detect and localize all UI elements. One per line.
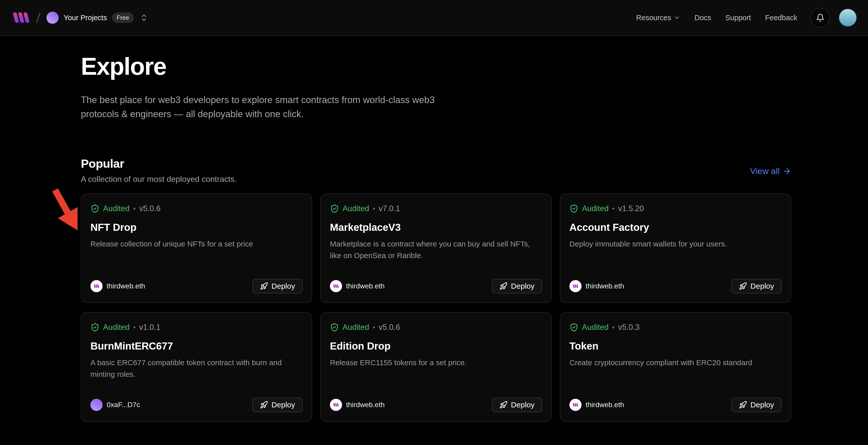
version-label: v5.0.3 — [618, 323, 640, 332]
publisher-name: thirdweb.eth — [346, 401, 385, 409]
contract-card-burnminterc677[interactable]: Audited • v1.0.1 BurnMintERC677 A basic … — [81, 312, 312, 422]
contract-card-nft-drop[interactable]: Audited • v5.0.6 NFT Drop Release collec… — [81, 193, 312, 303]
shield-check-icon — [330, 204, 339, 213]
rocket-icon — [499, 401, 507, 409]
deploy-button[interactable]: Deploy — [492, 279, 542, 293]
publisher[interactable]: 0xaF...D7c — [90, 399, 140, 411]
version-label: v5.0.6 — [139, 204, 160, 213]
audited-badge: Audited — [343, 204, 369, 213]
card-footer: thirdweb.eth Deploy — [330, 279, 542, 293]
card-title[interactable]: Edition Drop — [330, 341, 542, 352]
nav-link-support[interactable]: Support — [725, 13, 751, 22]
publisher-avatar — [330, 399, 342, 411]
nav-link-resources[interactable]: Resources — [636, 13, 680, 22]
nav-link-resources-label: Resources — [636, 13, 671, 22]
card-description: Release ERC1155 tokens for a set price. — [330, 357, 542, 369]
publisher-avatar — [330, 280, 342, 292]
publisher[interactable]: thirdweb.eth — [330, 280, 385, 292]
view-all-link[interactable]: View all — [750, 166, 791, 176]
project-avatar — [46, 11, 59, 24]
page-subtitle: The best place for web3 developers to ex… — [81, 93, 791, 121]
publisher-name: 0xaF...D7c — [106, 401, 140, 409]
breadcrumb-slash — [36, 12, 41, 23]
page-subtitle-line2: protocols & engineers — all deployable w… — [81, 107, 791, 121]
chevrons-up-down-icon[interactable] — [140, 13, 148, 22]
publisher-name: thirdweb.eth — [586, 401, 624, 409]
audited-badge: Audited — [103, 323, 130, 332]
card-title[interactable]: MarketplaceV3 — [330, 222, 542, 233]
plan-badge: Free — [112, 12, 133, 23]
shield-check-icon — [330, 323, 339, 332]
rocket-icon — [739, 282, 747, 290]
deploy-button[interactable]: Deploy — [252, 398, 303, 412]
dot-separator: • — [133, 323, 136, 331]
card-title[interactable]: Token — [569, 341, 782, 352]
thirdweb-mini-logo-icon — [93, 284, 99, 288]
card-badge-row: Audited • v1.0.1 — [90, 323, 303, 332]
publisher[interactable]: thirdweb.eth — [569, 280, 624, 292]
card-badge-row: Audited • v5.0.6 — [90, 204, 303, 213]
rocket-icon — [739, 401, 747, 409]
project-switcher[interactable]: Your Projects Free — [46, 11, 134, 24]
deploy-button-label: Deploy — [511, 282, 534, 290]
card-footer: thirdweb.eth Deploy — [569, 279, 782, 293]
dot-separator: • — [133, 204, 136, 213]
audited-badge: Audited — [582, 323, 609, 332]
publisher-name: thirdweb.eth — [106, 282, 145, 290]
thirdweb-mini-logo-icon — [572, 284, 579, 288]
contract-card-token[interactable]: Audited • v5.0.3 Token Create cryptocurr… — [560, 312, 791, 422]
version-label: v1.0.1 — [139, 323, 160, 332]
publisher[interactable]: thirdweb.eth — [569, 399, 624, 411]
deploy-button-label: Deploy — [272, 401, 295, 409]
thirdweb-logo-icon[interactable] — [12, 12, 30, 24]
card-description: Marketplace is a contract where you can … — [330, 238, 542, 261]
shield-check-icon — [569, 323, 579, 332]
thirdweb-mini-logo-icon — [333, 284, 339, 288]
explore-page: Explore The best place for web3 develope… — [0, 53, 868, 422]
top-navbar: Your Projects Free Resources Docs Suppor… — [0, 0, 868, 36]
card-description: A basic ERC677 compatible token contract… — [90, 357, 303, 380]
navbar-left-group: Your Projects Free — [12, 11, 148, 24]
publisher-name: thirdweb.eth — [346, 282, 385, 290]
project-name: Your Projects — [64, 13, 107, 22]
nav-link-docs[interactable]: Docs — [694, 13, 711, 22]
publisher-avatar — [569, 280, 582, 292]
publisher-avatar — [90, 280, 102, 292]
publisher-name: thirdweb.eth — [586, 282, 624, 290]
popular-subtitle: A collection of our most deployed contra… — [81, 174, 237, 184]
rocket-icon — [499, 282, 507, 290]
contract-card-marketplacev3[interactable]: Audited • v7.0.1 MarketplaceV3 Marketpla… — [320, 193, 552, 303]
card-title[interactable]: BurnMintERC677 — [90, 341, 303, 352]
card-title[interactable]: Account Factory — [569, 222, 782, 233]
card-badge-row: Audited • v7.0.1 — [330, 204, 542, 213]
navbar-links: Resources Docs Support Feedback — [622, 8, 857, 28]
popular-section-header: Popular A collection of our most deploye… — [81, 157, 791, 184]
publisher-avatar — [90, 399, 102, 411]
user-avatar[interactable] — [839, 8, 857, 27]
deploy-button[interactable]: Deploy — [252, 279, 303, 293]
deploy-button[interactable]: Deploy — [492, 398, 542, 412]
contract-card-account-factory[interactable]: Audited • v1.5.20 Account Factory Deploy… — [560, 193, 791, 303]
publisher-avatar — [569, 399, 582, 411]
nav-link-feedback[interactable]: Feedback — [765, 13, 797, 22]
dot-separator: • — [373, 204, 375, 213]
page-title: Explore — [81, 53, 791, 80]
card-description: Deploy immutable smart wallets for your … — [569, 238, 782, 250]
dot-separator: • — [373, 323, 375, 331]
rocket-icon — [260, 282, 268, 290]
card-title[interactable]: NFT Drop — [90, 222, 303, 233]
popular-title: Popular — [81, 157, 237, 170]
publisher[interactable]: thirdweb.eth — [90, 280, 145, 292]
bell-icon — [816, 13, 825, 22]
deploy-button[interactable]: Deploy — [731, 398, 782, 412]
audited-badge: Audited — [343, 323, 369, 332]
contract-card-edition-drop[interactable]: Audited • v5.0.6 Edition Drop Release ER… — [320, 312, 552, 422]
chevron-down-icon — [674, 14, 680, 21]
card-footer: 0xaF...D7c Deploy — [90, 398, 303, 412]
shield-check-icon — [569, 204, 579, 213]
notifications-button[interactable] — [810, 8, 830, 28]
thirdweb-mini-logo-icon — [333, 403, 339, 407]
shield-check-icon — [90, 204, 99, 213]
publisher[interactable]: thirdweb.eth — [330, 399, 385, 411]
deploy-button[interactable]: Deploy — [731, 279, 782, 293]
